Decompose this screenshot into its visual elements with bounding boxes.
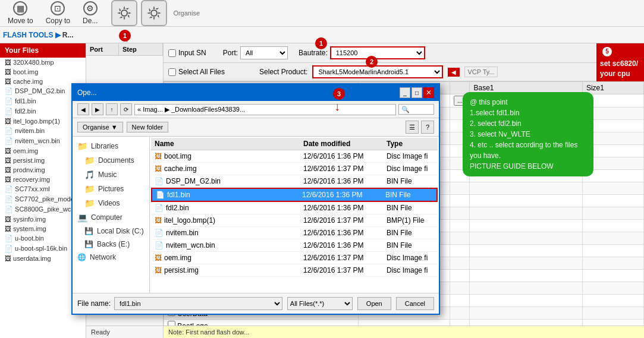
select-all-check[interactable] [168,68,176,76]
itel-date: 12/6/2016 1:37 PM [303,216,387,225]
file-item-persistimg[interactable]: 🖼persist.img 12/6/2016 1:37 PM Disc Imag… [151,264,438,277]
port-select[interactable]: All [240,46,288,59]
sidebar-item-pictures[interactable]: 📁 Pictures [73,182,149,196]
step-header[interactable]: Step [119,43,163,55]
badge-1: 1 [315,37,327,49]
file-item-nvitemwcn[interactable]: 📄nvitem_wcn.bin 12/6/2016 1:36 PM BIN Fi… [151,239,438,252]
gear-large-icon-2 [146,5,162,21]
port-group: Port: All [223,46,288,59]
badge-5: 5 [602,47,612,56]
open-button[interactable]: Open [357,297,391,310]
nvitem-file-icon: 📄 [155,229,164,237]
bootlogo-check[interactable] [168,321,175,326]
libraries-icon: 📁 [77,141,87,151]
search-input[interactable] [398,104,434,115]
select-all-checkbox[interactable]: Select All Files [168,68,225,76]
sidebar-item-backse[interactable]: 💾 Backs (E:) [73,238,149,251]
input-sn-checkbox[interactable]: Input SN [168,49,206,57]
dialog-title: Ope... [77,89,97,97]
sidebar-item-documents[interactable]: 📁 Documents [73,153,149,168]
svg-point-1 [151,10,157,16]
delete-button[interactable]: ⚙ De... [78,0,102,27]
move-icon: ▦ [13,1,27,15]
name-col-header: Name [155,140,303,148]
breadcrumb: FLASH TOOLS ▶ R... [3,31,74,39]
copy-icon: ⊡ [51,1,65,15]
dsp-type: BIN File [387,177,434,185]
gear-button-1[interactable] [111,0,137,26]
dialog-nav: ◀ ▶ ↑ ⟳ « Imag... ▶ _DownloadFiles943839… [73,101,439,118]
fdl2-date: 12/6/2016 1:36 PM [303,204,387,212]
help-btn[interactable]: ? [421,121,434,134]
file-dialog: Ope... _ □ ✕ ◀ ▶ ↑ ⟳ « Imag... ▶ _Downlo… [71,83,440,315]
file-item-bootimg[interactable]: 🖼boot.img 12/6/2016 1:36 PM Disc Image f… [151,150,438,163]
main-toolbar: ▦ Move to ⊡ Copy to ⚙ De... Organise 1 ↑ [0,0,644,27]
nvitem-date: 12/6/2016 1:36 PM [303,229,387,237]
dialog-close-btn[interactable]: ✕ [423,87,434,98]
organise-label: Organise [173,10,200,17]
product-select[interactable]: SharkL5ModeMarlinAndroid5.1 [312,65,443,78]
pictures-icon: 📁 [84,184,95,194]
nav-up-btn[interactable]: ↑ [106,103,118,115]
new-folder-btn[interactable]: New folder [127,122,169,132]
fdl2-file-icon: 📄 [155,204,164,212]
note-bar: Note: First nand flash dow... [164,326,644,338]
file-list-header: Name Date modified Type [151,138,438,150]
gear-button-2[interactable] [141,0,167,26]
port-header[interactable]: Port [86,43,119,55]
bootimg-date: 12/6/2016 1:36 PM [303,152,387,160]
file-item-cacheimg[interactable]: 🖼cache.img 12/6/2016 1:37 PM Disc Image … [151,163,438,175]
filetype-select[interactable]: All Files(*.*) [287,297,353,310]
sidebar-item-computer[interactable]: 💻 Computer [73,210,149,225]
baud-select[interactable]: 115200 [330,46,425,59]
file-item-fdl2[interactable]: 📄fdl2.bin 12/6/2016 1:36 PM BIN File [151,202,438,214]
arrow-up-indicator: ↑ [124,31,130,45]
file-item-nvitem[interactable]: 📄nvitem.bin 12/6/2016 1:36 PM BIN File [151,227,438,239]
sidebar-item-videos[interactable]: 📁 Videos [73,196,149,210]
sidebar-title: Your Files [0,43,86,58]
bootimg-icon: 🖼 [155,152,162,160]
path-bar[interactable]: « Imag... ▶ _DownloadFiles943839... [134,104,396,115]
disk-c-icon: 💾 [84,227,93,235]
input-sn-check[interactable] [168,49,176,57]
nav-back-btn[interactable]: ◀ [77,103,89,115]
filename-label: File name: [77,299,111,308]
oemimg-type: Disc Image fi [387,254,434,262]
sidebar-file-320x480[interactable]: 🖼 320X480.bmp [0,58,86,67]
cacheimg-icon: 🖼 [155,165,162,173]
videos-icon: 📁 [84,198,95,208]
controls-bar-1: Input SN Port: All Bautrate: 115200 1 5 [164,43,644,63]
documents-icon: 📁 [84,156,95,165]
arrow-left-btn[interactable]: ◀ [448,68,460,77]
dialog-footer: File name: fdl1.bin All Files(*.*) Open … [73,293,439,314]
right-annotation: 5 set sc6820/ your cpu [596,43,644,81]
dsp-date: 12/6/2016 1:36 PM [303,177,387,185]
cancel-button[interactable]: Cancel [396,297,434,310]
sidebar-file-bootimg[interactable]: 🖼 boot.img [0,67,86,77]
file-item-fdl1[interactable]: 📄fdl1.bin 12/6/2016 1:36 PM BIN File [151,188,438,202]
badge-3-dialog: 3 [333,88,345,100]
copy-to-button[interactable]: ⊡ Copy to [41,0,75,27]
organise-btn[interactable]: Organise ▼ [77,122,123,132]
file-item-dsp[interactable]: 📄DSP_DM_G2.bin 12/6/2016 1:36 PM BIN Fil… [151,175,438,188]
table-row: BootLogo [164,320,644,326]
size1-header: Size1 [582,82,643,94]
view-toggle-btn[interactable]: ☰ [406,121,419,134]
sidebar-item-libraries[interactable]: 📁 Libraries [73,139,149,153]
fdl1-date: 12/6/2016 1:36 PM [302,191,385,199]
nav-refresh-btn[interactable]: ⟳ [120,103,132,115]
file-item-itel[interactable]: 🖼itel_logo.bmp(1) 12/6/2016 1:37 PM BMP(… [151,214,438,227]
bootimg-type: Disc Image fi [387,152,434,160]
filename-input[interactable]: fdl1.bin [114,297,282,310]
sidebar-item-localc[interactable]: 💾 Local Disk (C:) [73,225,149,238]
sidebar-item-music[interactable]: 🎵 Music [73,168,149,182]
sidebar-item-network[interactable]: 🌐 Network [73,251,149,264]
dialog-maximize-btn[interactable]: □ [411,87,422,98]
gear1-icon: ⚙ [83,1,98,15]
nav-forward-btn[interactable]: ▶ [92,103,103,115]
move-to-button[interactable]: ▦ Move to [3,0,38,27]
col-headers: Port Step [86,43,163,56]
file-item-oemimg[interactable]: 🖼oem.img 12/6/2016 1:37 PM Disc Image fi [151,252,438,264]
gear-large-icon [116,5,133,21]
dialog-minimize-btn[interactable]: _ [400,87,410,98]
